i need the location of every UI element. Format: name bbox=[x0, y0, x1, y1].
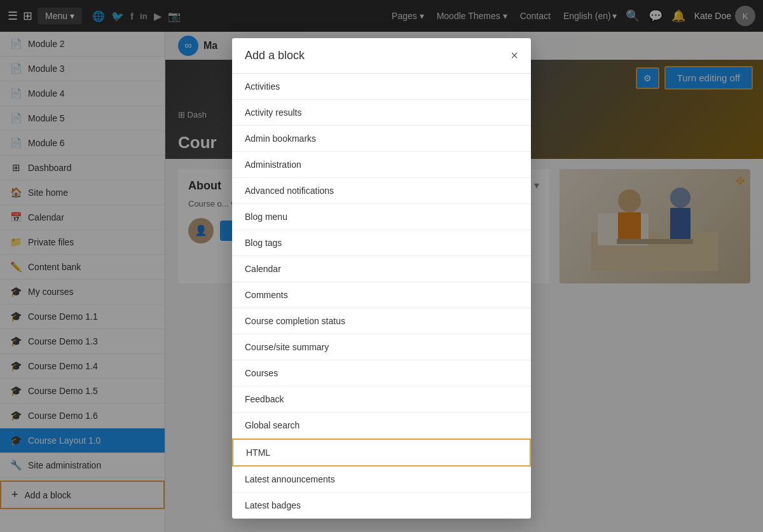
block-item-blog-tags[interactable]: Blog tags bbox=[232, 230, 531, 256]
block-item-course-site-summary[interactable]: Course/site summary bbox=[232, 334, 531, 360]
block-item-html[interactable]: HTML bbox=[232, 439, 531, 467]
modal-overlay[interactable]: Add a block × Activities Activity result… bbox=[0, 0, 763, 532]
block-item-feedback[interactable]: Feedback bbox=[232, 386, 531, 413]
block-item-global-search[interactable]: Global search bbox=[232, 413, 531, 439]
block-item-activity-results[interactable]: Activity results bbox=[232, 100, 531, 126]
block-item-blog-menu[interactable]: Blog menu bbox=[232, 204, 531, 230]
block-item-administration[interactable]: Administration bbox=[232, 152, 531, 178]
block-item-comments[interactable]: Comments bbox=[232, 282, 531, 308]
modal-close-button[interactable]: × bbox=[511, 48, 518, 63]
add-block-modal: Add a block × Activities Activity result… bbox=[232, 38, 531, 519]
block-item-activities[interactable]: Activities bbox=[232, 74, 531, 100]
modal-header: Add a block × bbox=[232, 38, 531, 74]
block-item-calendar[interactable]: Calendar bbox=[232, 256, 531, 282]
block-item-course-completion[interactable]: Course completion status bbox=[232, 308, 531, 334]
block-item-courses[interactable]: Courses bbox=[232, 360, 531, 386]
modal-body: Activities Activity results Admin bookma… bbox=[232, 74, 531, 519]
modal-title: Add a block bbox=[245, 49, 305, 62]
block-item-latest-announcements[interactable]: Latest announcements bbox=[232, 467, 531, 493]
block-item-admin-bookmarks[interactable]: Admin bookmarks bbox=[232, 126, 531, 152]
block-item-latest-badges[interactable]: Latest badges bbox=[232, 493, 531, 519]
block-item-advanced-notifications[interactable]: Advanced notifications bbox=[232, 178, 531, 204]
